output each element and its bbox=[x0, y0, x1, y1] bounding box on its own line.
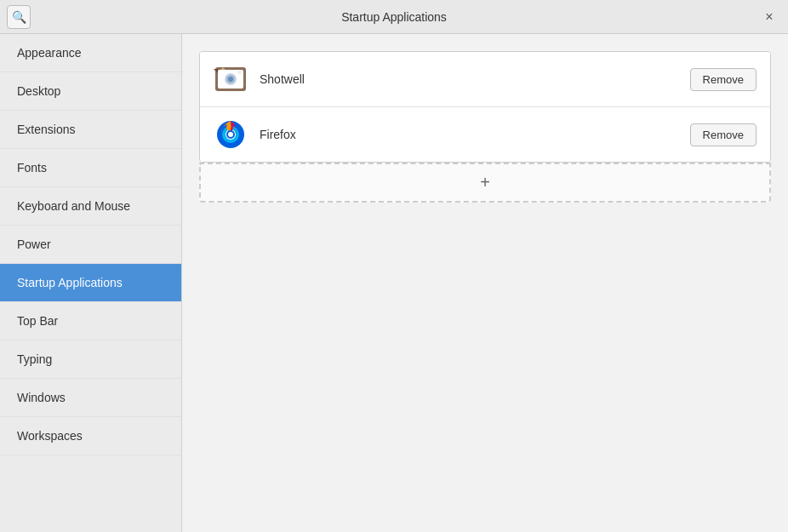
sidebar-item-workspaces[interactable]: Workspaces bbox=[0, 417, 181, 455]
search-button[interactable]: 🔍 bbox=[7, 5, 31, 29]
firefox-icon bbox=[214, 117, 248, 152]
shotwell-name: Shotwell bbox=[260, 72, 690, 86]
window-title: Startup Applications bbox=[341, 10, 447, 24]
firefox-name: Firefox bbox=[260, 128, 690, 141]
sidebar-item-appearance[interactable]: Appearance bbox=[0, 34, 181, 72]
sidebar: AppearanceDesktopExtensionsFontsKeyboard… bbox=[0, 34, 182, 532]
shotwell-remove-button[interactable]: Remove bbox=[690, 68, 757, 91]
shotwell-icon bbox=[214, 62, 248, 96]
svg-point-10 bbox=[228, 132, 233, 137]
add-icon: + bbox=[480, 173, 490, 192]
title-bar: 🔍 Startup Applications × bbox=[0, 0, 788, 34]
app-row-shotwell: ShotwellRemove bbox=[200, 52, 770, 107]
content-area: ShotwellRemove FirefoxRemove + bbox=[182, 34, 788, 532]
sidebar-item-typing[interactable]: Typing bbox=[0, 340, 181, 379]
svg-rect-5 bbox=[237, 71, 242, 74]
sidebar-item-windows[interactable]: Windows bbox=[0, 379, 181, 417]
sidebar-item-top-bar[interactable]: Top Bar bbox=[0, 302, 181, 340]
svg-point-4 bbox=[228, 77, 233, 82]
firefox-remove-button[interactable]: Remove bbox=[690, 123, 757, 146]
search-icon: 🔍 bbox=[12, 10, 26, 24]
app-row-firefox: FirefoxRemove bbox=[200, 107, 770, 162]
sidebar-item-fonts[interactable]: Fonts bbox=[0, 149, 181, 187]
close-icon: × bbox=[765, 9, 773, 25]
sidebar-item-startup-applications[interactable]: Startup Applications bbox=[0, 264, 181, 302]
sidebar-item-power[interactable]: Power bbox=[0, 226, 181, 264]
sidebar-item-extensions[interactable]: Extensions bbox=[0, 111, 181, 149]
close-button[interactable]: × bbox=[757, 5, 781, 29]
sidebar-item-keyboard-and-mouse[interactable]: Keyboard and Mouse bbox=[0, 187, 181, 226]
sidebar-item-desktop[interactable]: Desktop bbox=[0, 72, 181, 111]
add-app-button[interactable]: + bbox=[199, 163, 771, 203]
startup-apps-list: ShotwellRemove FirefoxRemove bbox=[199, 51, 771, 163]
main-content: AppearanceDesktopExtensionsFontsKeyboard… bbox=[0, 34, 788, 532]
